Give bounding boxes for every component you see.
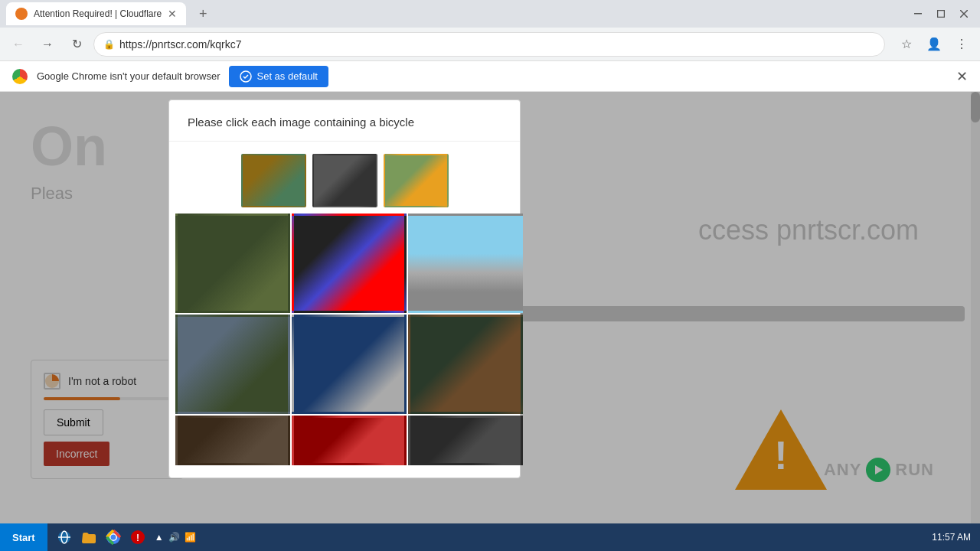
taskbar-time-display: 11:57 AM xyxy=(932,532,971,543)
captcha-image-1[interactable] xyxy=(241,154,306,207)
taskbar-ie-icon[interactable] xyxy=(54,527,75,548)
nav-bar: ← → ↻ 🔒 https://pnrtscr.com/kqrkc7 ☆ 👤 ⋮ xyxy=(0,28,980,61)
page-content: On Pleas ccess pnrtscr.com Please click … xyxy=(0,92,980,551)
minimize-button[interactable] xyxy=(908,6,928,21)
taskbar-antivirus-icon[interactable]: ! xyxy=(127,527,149,548)
captcha-image-2[interactable] xyxy=(312,154,377,207)
set-default-label: Set as default xyxy=(256,70,318,82)
captcha-title: Please click each image containing a bic… xyxy=(169,100,520,142)
tab-title: Attention Required! | Cloudflare xyxy=(34,8,162,19)
top-images-row xyxy=(169,154,520,207)
browser-frame: Attention Required! | Cloudflare ✕ + ← →… xyxy=(0,0,980,551)
info-bar: Google Chrome isn't your default browser… xyxy=(0,61,980,92)
maximize-button[interactable] xyxy=(931,6,951,21)
captcha-grid-image-4[interactable] xyxy=(175,315,290,414)
back-button[interactable]: ← xyxy=(6,32,31,57)
forward-button[interactable]: → xyxy=(35,32,60,57)
tab-favicon xyxy=(15,8,28,20)
captcha-image-3[interactable] xyxy=(384,154,449,207)
tray-arrow-icon[interactable]: ▲ xyxy=(155,532,164,543)
svg-text:!: ! xyxy=(136,533,139,543)
system-tray: ▲ 🔊 📶 xyxy=(149,532,202,543)
captcha-grid-image-5[interactable] xyxy=(292,315,407,414)
new-tab-button[interactable]: + xyxy=(192,3,214,24)
taskbar-folder-icon[interactable] xyxy=(78,527,100,548)
url-text: https://pnrtscr.com/kqrkc7 xyxy=(119,38,242,51)
tab-close-button[interactable]: ✕ xyxy=(168,8,177,20)
lock-icon: 🔒 xyxy=(103,39,115,50)
reload-button[interactable]: ↻ xyxy=(64,32,89,57)
tray-sound-icon[interactable]: 🔊 xyxy=(168,532,180,543)
browser-tab[interactable]: Attention Required! | Cloudflare ✕ xyxy=(6,2,186,25)
captcha-grid-image-8[interactable] xyxy=(292,416,407,465)
captcha-grid-image-2[interactable] xyxy=(292,214,407,313)
captcha-grid-image-9[interactable] xyxy=(408,416,523,465)
captcha-grid-image-7[interactable] xyxy=(175,416,290,465)
captcha-grid-image-3[interactable] xyxy=(408,214,523,313)
captcha-box: Please click each image containing a bic… xyxy=(168,99,521,478)
taskbar-chrome-icon[interactable] xyxy=(103,527,124,548)
taskbar: Start ! ▲ 🔊 📶 11:57 AM xyxy=(0,523,980,551)
captcha-grid-image-1[interactable] xyxy=(175,214,290,313)
info-bar-close-button[interactable]: ✕ xyxy=(956,68,968,85)
taskbar-clock[interactable]: 11:57 AM xyxy=(923,532,980,543)
address-bar[interactable]: 🔒 https://pnrtscr.com/kqrkc7 xyxy=(93,32,885,57)
nav-right-buttons: ☆ 👤 ⋮ xyxy=(894,32,974,57)
svg-point-11 xyxy=(110,535,116,540)
info-bar-text: Google Chrome isn't your default browser xyxy=(37,70,220,82)
taskbar-icons: ! xyxy=(54,527,149,548)
bookmark-button[interactable]: ☆ xyxy=(894,32,919,57)
title-bar: Attention Required! | Cloudflare ✕ + xyxy=(0,0,980,28)
svg-rect-0 xyxy=(914,13,922,15)
close-button[interactable] xyxy=(954,6,974,21)
window-controls xyxy=(908,6,974,21)
set-default-button[interactable]: Set as default xyxy=(229,66,328,87)
start-label: Start xyxy=(12,532,35,543)
svg-rect-1 xyxy=(938,11,945,18)
tray-network-icon[interactable]: 📶 xyxy=(185,532,196,543)
start-button[interactable]: Start xyxy=(0,523,47,551)
captcha-grid-image-6[interactable] xyxy=(408,315,523,414)
menu-button[interactable]: ⋮ xyxy=(949,32,974,57)
profile-button[interactable]: 👤 xyxy=(922,32,946,57)
chrome-logo xyxy=(12,69,28,84)
